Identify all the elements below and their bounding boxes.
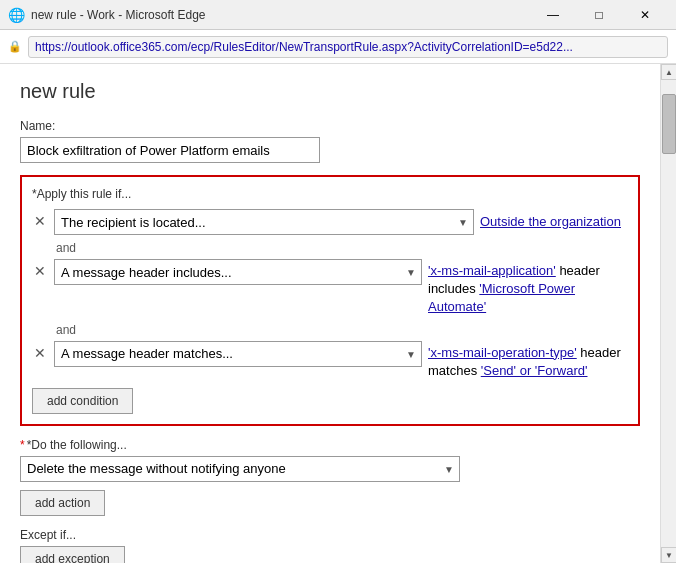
condition-2-link-app[interactable]: 'x-ms-mail-application' <box>428 263 556 278</box>
name-label: Name: <box>20 119 640 133</box>
except-label: Except if... <box>20 528 640 542</box>
content-area: new rule Name: *Apply this rule if... ✕ … <box>0 64 660 563</box>
lock-icon: 🔒 <box>8 40 22 53</box>
condition-3-select-wrap: A message header matches... ▼ <box>54 341 422 367</box>
condition-3-link-val[interactable]: 'Send' or 'Forward' <box>481 363 588 378</box>
add-condition-wrap: add condition <box>32 388 628 414</box>
condition-3-link-op[interactable]: 'x-ms-mail-operation-type' <box>428 345 577 360</box>
do-section: *Do the following... Delete the message … <box>20 438 640 516</box>
add-action-button[interactable]: add action <box>20 490 105 516</box>
browser-icon: 🌐 <box>8 7 25 23</box>
and-label-1: and <box>56 241 628 255</box>
condition-2-link-value[interactable]: 'Microsoft Power Automate' <box>428 281 575 314</box>
except-section: Except if... add exception <box>20 528 640 563</box>
and-label-2: and <box>56 323 628 337</box>
page-title: new rule <box>20 80 640 103</box>
apply-rule-section: *Apply this rule if... ✕ The recipient i… <box>20 175 640 426</box>
condition-2-select[interactable]: A message header includes... <box>54 259 422 285</box>
action-select[interactable]: Delete the message without notifying any… <box>20 456 460 482</box>
do-label: *Do the following... <box>20 438 640 452</box>
remove-condition-1-button[interactable]: ✕ <box>32 212 48 230</box>
action-select-wrap: Delete the message without notifying any… <box>20 456 460 482</box>
add-condition-button[interactable]: add condition <box>32 388 133 414</box>
name-input[interactable] <box>20 137 320 163</box>
apply-rule-label: *Apply this rule if... <box>32 187 628 201</box>
remove-condition-2-button[interactable]: ✕ <box>32 262 48 280</box>
name-section: Name: <box>20 119 640 163</box>
title-bar-controls: — □ ✕ <box>530 0 668 30</box>
minimize-button[interactable]: — <box>530 0 576 30</box>
condition-row-3: ✕ A message header matches... ▼ 'x-ms-ma… <box>32 341 628 380</box>
condition-1-value[interactable]: Outside the organization <box>480 209 621 231</box>
title-bar-title: new rule - Work - Microsoft Edge <box>31 8 206 22</box>
scrollbar[interactable]: ▲ ▼ <box>660 64 676 563</box>
remove-condition-3-button[interactable]: ✕ <box>32 344 48 362</box>
condition-3-select[interactable]: A message header matches... <box>54 341 422 367</box>
title-bar: 🌐 new rule - Work - Microsoft Edge — □ ✕ <box>0 0 676 30</box>
condition-3-value: 'x-ms-mail-operation-type' header matche… <box>428 341 628 380</box>
scroll-down-arrow[interactable]: ▼ <box>661 547 676 563</box>
condition-row-1: ✕ The recipient is located... ▼ Outside … <box>32 209 628 235</box>
address-bar: 🔒 https://outlook.office365.com/ecp/Rule… <box>0 30 676 64</box>
condition-1-select[interactable]: The recipient is located... <box>54 209 474 235</box>
condition-row-2: ✕ A message header includes... ▼ 'x-ms-m… <box>32 259 628 317</box>
title-bar-left: 🌐 new rule - Work - Microsoft Edge <box>8 7 206 23</box>
add-exception-button[interactable]: add exception <box>20 546 125 563</box>
scroll-thumb[interactable] <box>662 94 676 154</box>
condition-2-value: 'x-ms-mail-application' header includes … <box>428 259 628 317</box>
main-wrapper: new rule Name: *Apply this rule if... ✕ … <box>0 64 676 563</box>
scroll-up-arrow[interactable]: ▲ <box>661 64 676 80</box>
close-button[interactable]: ✕ <box>622 0 668 30</box>
url-bar[interactable]: https://outlook.office365.com/ecp/RulesE… <box>28 36 668 58</box>
condition-2-select-wrap: A message header includes... ▼ <box>54 259 422 285</box>
maximize-button[interactable]: □ <box>576 0 622 30</box>
condition-1-link[interactable]: Outside the organization <box>480 214 621 229</box>
condition-1-select-wrap: The recipient is located... ▼ <box>54 209 474 235</box>
